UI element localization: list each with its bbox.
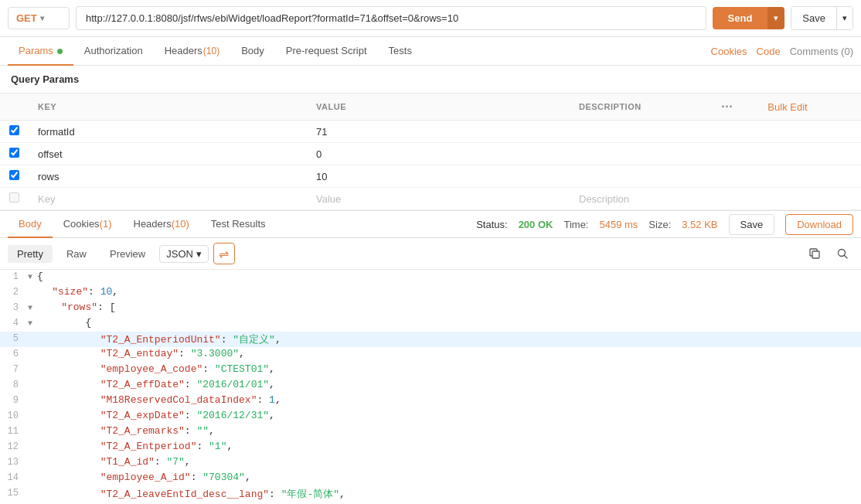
- param-description: [570, 143, 712, 165]
- response-tab-headers[interactable]: Headers(10): [123, 211, 200, 238]
- param-checkbox[interactable]: [9, 170, 19, 180]
- param-checkbox[interactable]: [9, 125, 19, 135]
- line-content: "employee_A_code": "CTEST01",: [28, 363, 861, 375]
- params-dot: [57, 49, 63, 54]
- code-link[interactable]: Code: [757, 46, 781, 57]
- fmt-tab-pretty[interactable]: Pretty: [8, 245, 53, 263]
- code-line: 5 "T2_A_EntperiodUnit": "自定义",: [0, 332, 861, 347]
- time-prefix: Time:: [563, 219, 588, 230]
- copy-icon[interactable]: [804, 243, 825, 264]
- param-key: rows: [29, 165, 307, 188]
- param-checkbox-cell[interactable]: [0, 143, 29, 165]
- placeholder-checkbox[interactable]: [9, 192, 19, 203]
- tab-params[interactable]: Params: [8, 37, 73, 66]
- param-checkbox-cell[interactable]: [0, 165, 29, 188]
- top-bar: GET ▾ Send ▾ Save ▾: [0, 0, 861, 37]
- save-button[interactable]: Save: [791, 7, 836, 29]
- line-content: "T2_A_Entperiod": "1",: [28, 441, 861, 452]
- wrap-icon[interactable]: ⇌: [213, 243, 235, 264]
- request-tabs-row: Params Authorization Headers(10) Body Pr…: [0, 37, 861, 66]
- fmt-json-label: JSON: [166, 248, 193, 260]
- code-line: 1▼{: [0, 270, 861, 285]
- line-content: "employee_A_id": "70304",: [28, 472, 861, 483]
- format-bar: Pretty Raw Preview JSON ▾ ⇌: [0, 238, 861, 270]
- format-json-select[interactable]: JSON ▾: [159, 245, 209, 263]
- tab-body[interactable]: Body: [230, 37, 275, 66]
- th-checkbox: [0, 94, 29, 121]
- save-dropdown[interactable]: ▾: [836, 7, 852, 29]
- fmt-tab-preview[interactable]: Preview: [100, 245, 155, 263]
- param-description: [570, 165, 712, 188]
- param-checkbox[interactable]: [9, 148, 19, 158]
- tab-pre-request[interactable]: Pre-request Script: [275, 37, 378, 66]
- th-description: DESCRIPTION: [570, 94, 712, 121]
- response-tab-cookies[interactable]: Cookies(1): [53, 211, 123, 238]
- svg-rect-0: [812, 251, 819, 258]
- code-line: 13 "T1_A_id": "7",: [0, 455, 861, 471]
- send-button[interactable]: Send: [713, 7, 768, 29]
- line-number: 5: [0, 332, 28, 344]
- line-content: "size": 10,: [28, 286, 861, 298]
- tab-authorization[interactable]: Authorization: [73, 37, 154, 66]
- code-line: 8 "T2_A_effDate": "2016/01/01",: [0, 378, 861, 393]
- response-download-button[interactable]: Download: [785, 214, 853, 235]
- code-area: 1▼{2 "size": 10,3▼ "rows": [4▼ {5 "T2_A_…: [0, 270, 861, 504]
- line-number: 1: [0, 271, 28, 282]
- code-line: 14 "employee_A_id": "70304",: [0, 471, 861, 486]
- bulk-edit-button[interactable]: Bulk Edit: [767, 101, 807, 113]
- param-key: offset: [29, 143, 307, 165]
- right-tab-actions: Cookies Code Comments (0): [711, 46, 853, 57]
- url-input[interactable]: [76, 6, 706, 30]
- line-number: 4: [0, 317, 28, 329]
- params-row: rows 10: [0, 165, 861, 188]
- line-number: 6: [0, 348, 28, 359]
- code-line: 10 "T2_A_expDate": "2016/12/31",: [0, 409, 861, 424]
- comments-label: Comments (0): [790, 46, 853, 57]
- param-checkbox-cell[interactable]: [0, 121, 29, 143]
- params-row: offset 0: [0, 143, 861, 165]
- line-number: 15: [0, 487, 28, 499]
- response-tab-body[interactable]: Body: [8, 211, 53, 238]
- line-number: 9: [0, 394, 28, 406]
- code-line: 6 "T2_A_entday": "3.3000",: [0, 347, 861, 363]
- fmt-tab-raw[interactable]: Raw: [57, 245, 96, 263]
- response-save-button[interactable]: Save: [729, 214, 775, 235]
- response-tab-test-results[interactable]: Test Results: [200, 211, 277, 238]
- method-selector[interactable]: GET ▾: [8, 7, 70, 29]
- line-number: 11: [0, 425, 28, 437]
- code-line: 4▼ {: [0, 316, 861, 332]
- code-line: 15 "T2_A_leaveEntId_desc__lang": "年假-简体"…: [0, 486, 861, 502]
- line-content: ▼ "rows": [: [28, 301, 861, 313]
- collapse-arrow[interactable]: ▼: [28, 319, 36, 328]
- th-value: VALUE: [307, 94, 570, 121]
- more-icon[interactable]: ···: [721, 100, 733, 113]
- th-bulk-edit: Bulk Edit: [758, 94, 861, 121]
- params-placeholder-row: Key Value Description: [0, 188, 861, 210]
- collapse-arrow[interactable]: ▼: [28, 304, 36, 312]
- code-line: 3▼ "rows": [: [0, 301, 861, 316]
- param-key: formatId: [29, 121, 307, 143]
- cookies-link[interactable]: Cookies: [711, 46, 747, 57]
- tab-headers[interactable]: Headers(10): [154, 37, 230, 66]
- collapse-arrow[interactable]: ▼: [28, 273, 36, 281]
- search-icon[interactable]: [832, 243, 853, 264]
- line-number: 2: [0, 286, 28, 298]
- size-value: 3.52 KB: [682, 219, 717, 230]
- send-button-group: Send ▾: [713, 7, 785, 29]
- code-line: 2 "size": 10,: [0, 285, 861, 301]
- param-value: 71: [307, 121, 570, 143]
- placeholder-key: Key: [29, 188, 307, 210]
- line-content: "M18ReservedCol_dataIndex": 1,: [28, 394, 861, 406]
- placeholder-value: Value: [307, 188, 570, 210]
- line-number: 14: [0, 472, 28, 483]
- line-number: 12: [0, 441, 28, 452]
- line-content: "T2_A_expDate": "2016/12/31",: [28, 410, 861, 421]
- tab-tests[interactable]: Tests: [378, 37, 423, 66]
- line-content: "T2_A_remarks": "",: [28, 425, 861, 437]
- params-row: formatId 71: [0, 121, 861, 143]
- method-label: GET: [16, 12, 37, 24]
- param-description: [570, 121, 712, 143]
- line-content: ▼{: [28, 271, 861, 282]
- svg-line-2: [845, 256, 848, 259]
- send-dropdown[interactable]: ▾: [767, 7, 784, 29]
